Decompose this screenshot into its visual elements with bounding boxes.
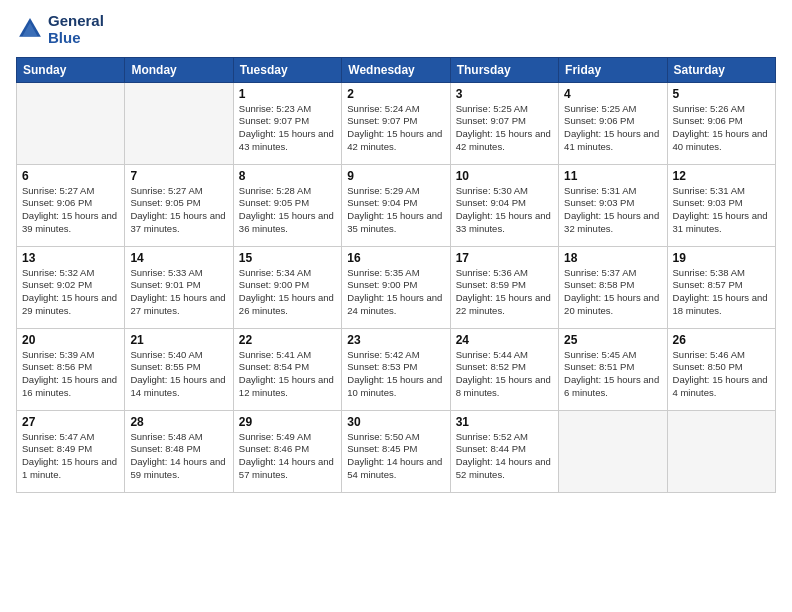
- day-number: 23: [347, 333, 444, 347]
- day-number: 12: [673, 169, 770, 183]
- weekday-header: Monday: [125, 57, 233, 82]
- day-number: 31: [456, 415, 553, 429]
- calendar-cell: 19Sunrise: 5:38 AMSunset: 8:57 PMDayligh…: [667, 246, 775, 328]
- calendar-cell: 17Sunrise: 5:36 AMSunset: 8:59 PMDayligh…: [450, 246, 558, 328]
- calendar-cell: 10Sunrise: 5:30 AMSunset: 9:04 PMDayligh…: [450, 164, 558, 246]
- day-number: 11: [564, 169, 661, 183]
- calendar-cell: [559, 410, 667, 492]
- calendar-cell: 2Sunrise: 5:24 AMSunset: 9:07 PMDaylight…: [342, 82, 450, 164]
- calendar-cell: 4Sunrise: 5:25 AMSunset: 9:06 PMDaylight…: [559, 82, 667, 164]
- day-number: 9: [347, 169, 444, 183]
- day-number: 29: [239, 415, 336, 429]
- cell-info: Sunrise: 5:42 AMSunset: 8:53 PMDaylight:…: [347, 349, 444, 400]
- calendar-cell: [667, 410, 775, 492]
- calendar-cell: 15Sunrise: 5:34 AMSunset: 9:00 PMDayligh…: [233, 246, 341, 328]
- weekday-header: Tuesday: [233, 57, 341, 82]
- cell-info: Sunrise: 5:27 AMSunset: 9:06 PMDaylight:…: [22, 185, 119, 236]
- cell-info: Sunrise: 5:37 AMSunset: 8:58 PMDaylight:…: [564, 267, 661, 318]
- cell-info: Sunrise: 5:31 AMSunset: 9:03 PMDaylight:…: [564, 185, 661, 236]
- weekday-header-row: SundayMondayTuesdayWednesdayThursdayFrid…: [17, 57, 776, 82]
- cell-info: Sunrise: 5:27 AMSunset: 9:05 PMDaylight:…: [130, 185, 227, 236]
- calendar-cell: 29Sunrise: 5:49 AMSunset: 8:46 PMDayligh…: [233, 410, 341, 492]
- calendar-cell: 9Sunrise: 5:29 AMSunset: 9:04 PMDaylight…: [342, 164, 450, 246]
- calendar-cell: 3Sunrise: 5:25 AMSunset: 9:07 PMDaylight…: [450, 82, 558, 164]
- calendar-cell: 23Sunrise: 5:42 AMSunset: 8:53 PMDayligh…: [342, 328, 450, 410]
- calendar-table: SundayMondayTuesdayWednesdayThursdayFrid…: [16, 57, 776, 493]
- day-number: 28: [130, 415, 227, 429]
- calendar-cell: 21Sunrise: 5:40 AMSunset: 8:55 PMDayligh…: [125, 328, 233, 410]
- cell-info: Sunrise: 5:33 AMSunset: 9:01 PMDaylight:…: [130, 267, 227, 318]
- cell-info: Sunrise: 5:30 AMSunset: 9:04 PMDaylight:…: [456, 185, 553, 236]
- day-number: 19: [673, 251, 770, 265]
- day-number: 18: [564, 251, 661, 265]
- calendar-cell: [125, 82, 233, 164]
- day-number: 26: [673, 333, 770, 347]
- header: GeneralBlue: [16, 12, 776, 47]
- calendar-cell: 20Sunrise: 5:39 AMSunset: 8:56 PMDayligh…: [17, 328, 125, 410]
- day-number: 2: [347, 87, 444, 101]
- day-number: 25: [564, 333, 661, 347]
- logo-icon: [16, 15, 44, 43]
- cell-info: Sunrise: 5:34 AMSunset: 9:00 PMDaylight:…: [239, 267, 336, 318]
- day-number: 13: [22, 251, 119, 265]
- calendar-cell: 24Sunrise: 5:44 AMSunset: 8:52 PMDayligh…: [450, 328, 558, 410]
- calendar-cell: 5Sunrise: 5:26 AMSunset: 9:06 PMDaylight…: [667, 82, 775, 164]
- calendar-cell: 27Sunrise: 5:47 AMSunset: 8:49 PMDayligh…: [17, 410, 125, 492]
- cell-info: Sunrise: 5:25 AMSunset: 9:06 PMDaylight:…: [564, 103, 661, 154]
- weekday-header: Wednesday: [342, 57, 450, 82]
- cell-info: Sunrise: 5:36 AMSunset: 8:59 PMDaylight:…: [456, 267, 553, 318]
- weekday-header: Sunday: [17, 57, 125, 82]
- calendar-cell: 30Sunrise: 5:50 AMSunset: 8:45 PMDayligh…: [342, 410, 450, 492]
- calendar-cell: 1Sunrise: 5:23 AMSunset: 9:07 PMDaylight…: [233, 82, 341, 164]
- day-number: 16: [347, 251, 444, 265]
- week-row: 1Sunrise: 5:23 AMSunset: 9:07 PMDaylight…: [17, 82, 776, 164]
- day-number: 5: [673, 87, 770, 101]
- day-number: 1: [239, 87, 336, 101]
- cell-info: Sunrise: 5:26 AMSunset: 9:06 PMDaylight:…: [673, 103, 770, 154]
- cell-info: Sunrise: 5:47 AMSunset: 8:49 PMDaylight:…: [22, 431, 119, 482]
- day-number: 24: [456, 333, 553, 347]
- day-number: 27: [22, 415, 119, 429]
- day-number: 17: [456, 251, 553, 265]
- cell-info: Sunrise: 5:32 AMSunset: 9:02 PMDaylight:…: [22, 267, 119, 318]
- week-row: 20Sunrise: 5:39 AMSunset: 8:56 PMDayligh…: [17, 328, 776, 410]
- calendar-cell: 7Sunrise: 5:27 AMSunset: 9:05 PMDaylight…: [125, 164, 233, 246]
- day-number: 15: [239, 251, 336, 265]
- logo: GeneralBlue: [16, 12, 104, 47]
- calendar-cell: 28Sunrise: 5:48 AMSunset: 8:48 PMDayligh…: [125, 410, 233, 492]
- day-number: 22: [239, 333, 336, 347]
- cell-info: Sunrise: 5:25 AMSunset: 9:07 PMDaylight:…: [456, 103, 553, 154]
- calendar-cell: 6Sunrise: 5:27 AMSunset: 9:06 PMDaylight…: [17, 164, 125, 246]
- day-number: 30: [347, 415, 444, 429]
- cell-info: Sunrise: 5:48 AMSunset: 8:48 PMDaylight:…: [130, 431, 227, 482]
- calendar-cell: 25Sunrise: 5:45 AMSunset: 8:51 PMDayligh…: [559, 328, 667, 410]
- calendar-cell: 12Sunrise: 5:31 AMSunset: 9:03 PMDayligh…: [667, 164, 775, 246]
- weekday-header: Thursday: [450, 57, 558, 82]
- day-number: 7: [130, 169, 227, 183]
- cell-info: Sunrise: 5:41 AMSunset: 8:54 PMDaylight:…: [239, 349, 336, 400]
- cell-info: Sunrise: 5:38 AMSunset: 8:57 PMDaylight:…: [673, 267, 770, 318]
- day-number: 20: [22, 333, 119, 347]
- cell-info: Sunrise: 5:52 AMSunset: 8:44 PMDaylight:…: [456, 431, 553, 482]
- cell-info: Sunrise: 5:46 AMSunset: 8:50 PMDaylight:…: [673, 349, 770, 400]
- cell-info: Sunrise: 5:49 AMSunset: 8:46 PMDaylight:…: [239, 431, 336, 482]
- cell-info: Sunrise: 5:28 AMSunset: 9:05 PMDaylight:…: [239, 185, 336, 236]
- calendar-cell: 26Sunrise: 5:46 AMSunset: 8:50 PMDayligh…: [667, 328, 775, 410]
- calendar-cell: 31Sunrise: 5:52 AMSunset: 8:44 PMDayligh…: [450, 410, 558, 492]
- week-row: 13Sunrise: 5:32 AMSunset: 9:02 PMDayligh…: [17, 246, 776, 328]
- logo-text: GeneralBlue: [48, 12, 104, 47]
- cell-info: Sunrise: 5:44 AMSunset: 8:52 PMDaylight:…: [456, 349, 553, 400]
- calendar-cell: 14Sunrise: 5:33 AMSunset: 9:01 PMDayligh…: [125, 246, 233, 328]
- calendar-cell: 13Sunrise: 5:32 AMSunset: 9:02 PMDayligh…: [17, 246, 125, 328]
- weekday-header: Saturday: [667, 57, 775, 82]
- cell-info: Sunrise: 5:35 AMSunset: 9:00 PMDaylight:…: [347, 267, 444, 318]
- cell-info: Sunrise: 5:40 AMSunset: 8:55 PMDaylight:…: [130, 349, 227, 400]
- calendar-cell: 8Sunrise: 5:28 AMSunset: 9:05 PMDaylight…: [233, 164, 341, 246]
- calendar-cell: 22Sunrise: 5:41 AMSunset: 8:54 PMDayligh…: [233, 328, 341, 410]
- day-number: 21: [130, 333, 227, 347]
- week-row: 6Sunrise: 5:27 AMSunset: 9:06 PMDaylight…: [17, 164, 776, 246]
- day-number: 6: [22, 169, 119, 183]
- week-row: 27Sunrise: 5:47 AMSunset: 8:49 PMDayligh…: [17, 410, 776, 492]
- cell-info: Sunrise: 5:29 AMSunset: 9:04 PMDaylight:…: [347, 185, 444, 236]
- day-number: 4: [564, 87, 661, 101]
